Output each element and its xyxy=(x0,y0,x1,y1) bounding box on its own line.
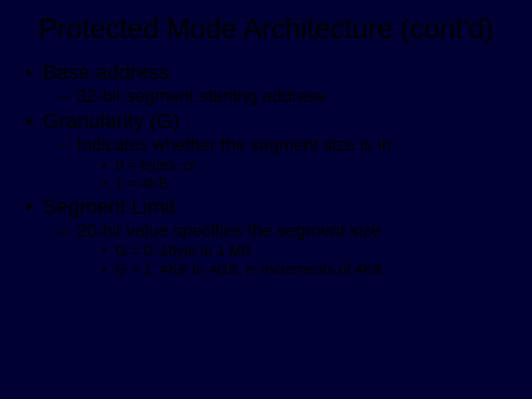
sub-list: Indicates whether the segment size is in… xyxy=(56,134,510,192)
list-item: Granularity (G) Indicates whether the se… xyxy=(22,109,510,192)
list-item: 20-bit value specifies the segment size … xyxy=(56,220,510,278)
bullet-text: 20-bit value specifies the segment size xyxy=(77,220,381,240)
bullet-text: 32-bit segment starting address xyxy=(77,86,325,106)
bullet-text: G = 1: 4KB to 4GB, in increments of 4KB xyxy=(115,261,383,277)
slide: Protected Mode Architecture (cont'd) Bas… xyxy=(0,0,532,399)
sub-sub-list: 0 = bytes, or 1 = 4KB xyxy=(99,157,510,192)
list-item: Segment Limit 20-bit value specifies the… xyxy=(22,195,510,278)
bullet-text: Segment Limit xyxy=(43,195,175,218)
list-item: Indicates whether the segment size is in… xyxy=(56,134,510,192)
bullet-text: Base address xyxy=(43,61,169,83)
bullet-text: Indicates whether the segment size is in xyxy=(77,134,392,154)
bullet-list: Base address 32-bit segment starting add… xyxy=(22,61,510,278)
list-item: 1 = 4KB xyxy=(99,175,510,192)
bullet-text: 1 = 4KB xyxy=(115,175,168,191)
sub-list: 32-bit segment starting address xyxy=(56,86,510,106)
bullet-text: G = 0: 1byte to 1 MB xyxy=(115,242,251,259)
list-item: Base address 32-bit segment starting add… xyxy=(22,61,510,106)
list-item: 0 = bytes, or xyxy=(99,157,510,174)
list-item: G = 0: 1byte to 1 MB xyxy=(99,242,510,259)
bullet-text: Granularity (G) xyxy=(43,109,180,132)
list-item: G = 1: 4KB to 4GB, in increments of 4KB xyxy=(99,261,510,278)
slide-title: Protected Mode Architecture (cont'd) xyxy=(22,13,510,46)
bullet-text: 0 = bytes, or xyxy=(115,157,197,173)
sub-sub-list: G = 0: 1byte to 1 MB G = 1: 4KB to 4GB, … xyxy=(99,242,510,278)
sub-list: 20-bit value specifies the segment size … xyxy=(56,220,510,278)
list-item: 32-bit segment starting address xyxy=(56,86,510,106)
